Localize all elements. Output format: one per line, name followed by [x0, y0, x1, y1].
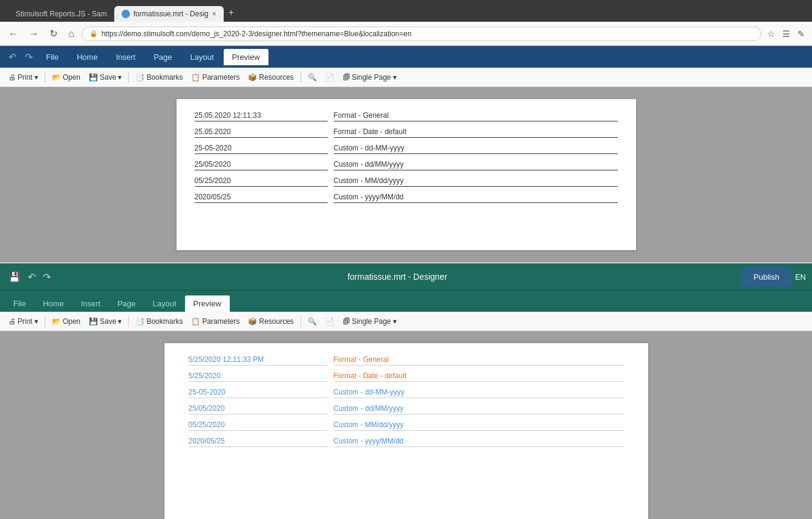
- top-left-divider: [195, 137, 328, 138]
- home-button[interactable]: ⌂: [65, 26, 78, 42]
- bottom-right-divider: [334, 446, 624, 447]
- bottom-menu-home[interactable]: Home: [34, 295, 73, 312]
- resources-button-bottom[interactable]: 📦 Resources: [244, 315, 297, 327]
- bottom-left-divider: [189, 414, 328, 414]
- single-page-dropdown-top[interactable]: ▾: [393, 73, 397, 82]
- bottom-menu-layout[interactable]: Layout: [145, 295, 185, 312]
- top-left-divider: [195, 153, 328, 154]
- single-page-button-top[interactable]: 🗐 Single Page ▾: [339, 71, 400, 83]
- forward-button[interactable]: →: [25, 26, 42, 42]
- top-designer-header: ↶ ↷ File Home Insert Page Layout Preview: [0, 46, 812, 68]
- parameters-icon-top: 📋: [191, 73, 200, 82]
- bottom-cell-left: 25/05/2020: [189, 404, 328, 414]
- refresh-button[interactable]: ↻: [46, 25, 61, 42]
- top-right-divider: [334, 137, 618, 138]
- favorites-button[interactable]: ☰: [780, 27, 793, 41]
- single-page-button-bottom[interactable]: 🗐 Single Page ▾: [339, 315, 400, 327]
- resources-button-top[interactable]: 📦 Resources: [244, 71, 297, 83]
- find-button-bottom[interactable]: 🔍: [304, 315, 320, 327]
- bookmarks-button-bottom[interactable]: 📑 Bookmarks: [132, 315, 186, 327]
- browser-tab-1[interactable]: Stimulsoft Reports.JS - Sam: [5, 6, 114, 22]
- bottom-save-icon-btn[interactable]: 💾: [6, 269, 23, 285]
- back-button[interactable]: ←: [5, 26, 22, 42]
- print-button-top[interactable]: 🖨 Print ▾: [5, 71, 42, 83]
- bookmarks-button-top[interactable]: 📑 Bookmarks: [132, 71, 186, 83]
- top-right-divider: [334, 202, 618, 203]
- top-toolbar: 🖨 Print ▾ 📂 Open 💾 Save ▾ 📑 Bookmarks 📋 …: [0, 68, 812, 87]
- top-menu-insert[interactable]: Insert: [108, 49, 145, 65]
- tab-title-1: Stimulsoft Reports.JS - Sam: [16, 10, 107, 18]
- new-tab-button[interactable]: +: [224, 4, 239, 22]
- open-button-top[interactable]: 📂 Open: [48, 71, 84, 83]
- page-view-button-bottom[interactable]: 📄: [322, 315, 338, 327]
- page-view-icon-top: 📄: [325, 73, 334, 82]
- top-menu-home[interactable]: Home: [68, 49, 106, 65]
- save-dropdown-top[interactable]: ▾: [118, 73, 122, 82]
- top-cell-left: 05/25/2020: [195, 176, 328, 186]
- parameters-button-top[interactable]: 📋 Parameters: [187, 71, 243, 83]
- top-right-divider: [334, 121, 618, 121]
- top-cell-right: Custom - yyyy/MM/dd: [334, 193, 618, 202]
- save-button-top[interactable]: 💾 Save ▾: [85, 71, 125, 83]
- bottom-menu-file[interactable]: File: [5, 295, 34, 312]
- top-menu-file[interactable]: File: [37, 49, 67, 65]
- find-icon-bottom: 🔍: [308, 317, 317, 326]
- save-button-bottom[interactable]: 💾 Save ▾: [85, 315, 125, 327]
- bottom-redo-btn[interactable]: ↷: [41, 269, 53, 285]
- top-left-divider: [195, 202, 328, 203]
- bottom-menu-preview[interactable]: Preview: [185, 295, 230, 312]
- top-cell-right: Custom - dd-MM-yyyy: [334, 144, 618, 153]
- table-row: 25-05-2020 Custom - dd-MM-yyyy: [195, 144, 618, 154]
- settings-button[interactable]: ✎: [795, 27, 807, 41]
- language-label: EN: [795, 272, 806, 282]
- find-button-top[interactable]: 🔍: [304, 71, 320, 83]
- save-dropdown-bottom[interactable]: ▾: [118, 317, 122, 326]
- resources-icon-bottom: 📦: [248, 317, 257, 326]
- open-button-bottom[interactable]: 📂 Open: [48, 315, 84, 327]
- save-icon-bottom: 💾: [89, 317, 98, 326]
- top-left-divider: [195, 170, 328, 170]
- browser-chrome: Stimulsoft Reports.JS - Sam formatissue.…: [0, 0, 812, 46]
- top-menu-layout[interactable]: Layout: [182, 49, 222, 65]
- top-right-divider: [334, 170, 618, 170]
- bottom-menu-insert[interactable]: Insert: [73, 295, 109, 312]
- print-button-bottom[interactable]: 🖨 Print ▾: [5, 315, 42, 327]
- address-bar-container: ← → ↻ ⌂ 🔒 https://demo.stimulsoft.com/de…: [0, 22, 812, 46]
- browser-tab-2[interactable]: formatissue.mrt - Desig ×: [114, 6, 224, 22]
- page-view-button-top[interactable]: 📄: [322, 71, 338, 83]
- top-undo-button[interactable]: ↶: [5, 49, 20, 65]
- page-view-icon-bottom: 📄: [325, 317, 334, 326]
- security-lock-icon: 🔒: [89, 30, 98, 37]
- bottom-cell-right: Custom - MM/dd/yyyy: [334, 421, 624, 430]
- bottom-menu-page[interactable]: Page: [109, 295, 144, 312]
- single-page-dropdown-bottom[interactable]: ▾: [393, 317, 397, 326]
- bookmark-star-button[interactable]: ☆: [765, 27, 778, 41]
- table-row: 25.05.2020 12:11:33 Format - General: [195, 111, 618, 121]
- top-redo-button[interactable]: ↷: [21, 49, 36, 65]
- separator-2: [128, 72, 129, 83]
- bottom-undo-btn[interactable]: ↶: [25, 269, 38, 285]
- top-report-rows: 25.05.2020 12:11:33 Format - General 25.…: [195, 111, 618, 203]
- url-bar[interactable]: 🔒 https://demo.stimulsoft.com/demo_js_20…: [82, 27, 761, 41]
- parameters-button-bottom[interactable]: 📋 Parameters: [187, 315, 243, 327]
- bottom-left-divider: [189, 365, 328, 366]
- bottom-cell-right: Custom - yyyy/MM/dd: [334, 437, 624, 446]
- top-cell-left: 25.05.2020 12:11:33: [195, 111, 328, 121]
- separator-3: [300, 72, 301, 83]
- top-right-divider: [334, 153, 618, 154]
- top-menu-page[interactable]: Page: [145, 49, 180, 65]
- find-icon-top: 🔍: [308, 73, 317, 82]
- table-row: 2020/05/25 Custom - yyyy/MM/dd: [189, 437, 624, 447]
- print-dropdown-top[interactable]: ▾: [34, 73, 38, 82]
- top-cell-right: Custom - dd/MM/yyyy: [334, 160, 618, 170]
- print-dropdown-bottom[interactable]: ▾: [34, 317, 38, 326]
- bottom-toolbar-left: 💾 ↶ ↷: [6, 269, 53, 285]
- top-menu-preview[interactable]: Preview: [224, 49, 268, 65]
- bottom-cell-left: 5/25/2020: [189, 372, 328, 381]
- bottom-cell-left: 5/25/2020 12:11:33 PM: [189, 355, 328, 365]
- table-row: 5/25/2020 12:11:33 PM Format - General: [189, 355, 624, 366]
- publish-button[interactable]: Publish: [741, 268, 791, 286]
- table-row: 05/25/2020 Custom - MM/dd/yyyy: [189, 421, 624, 431]
- single-page-icon-bottom: 🗐: [343, 317, 350, 326]
- tab-close-button[interactable]: ×: [212, 10, 216, 18]
